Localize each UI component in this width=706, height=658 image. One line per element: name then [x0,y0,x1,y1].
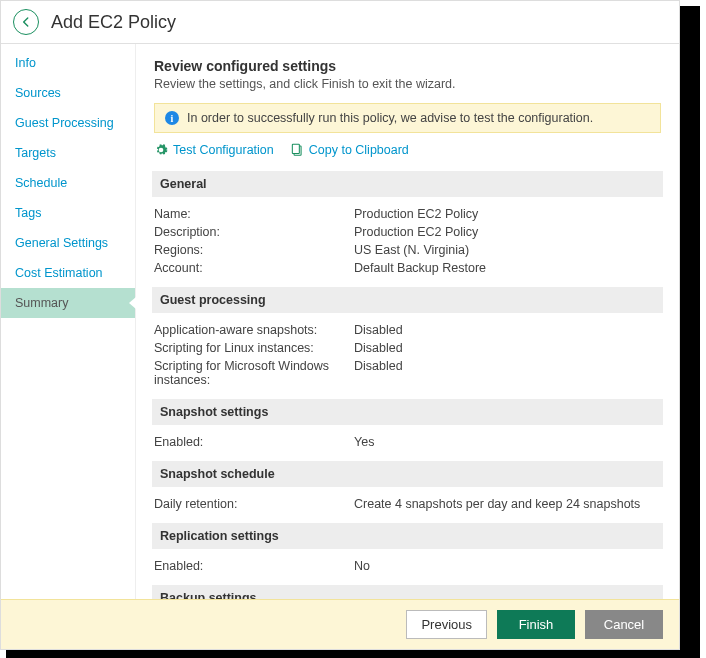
kv-row: Application-aware snapshots:Disabled [154,321,661,339]
sidebar-item-targets[interactable]: Targets [1,138,135,168]
test-configuration-link[interactable]: Test Configuration [154,143,274,157]
kv-value: Production EC2 Policy [354,225,661,239]
copy-to-clipboard-label: Copy to Clipboard [309,143,409,157]
arrow-left-icon [19,15,33,29]
clipboard-icon [290,143,304,157]
action-toolbar: Test Configuration Copy to Clipboard [154,143,661,157]
kv-value: Yes [354,435,661,449]
section-subheading: Review the settings, and click Finish to… [154,77,661,91]
sidebar-item-info[interactable]: Info [1,48,135,78]
sidebar-item-sources[interactable]: Sources [1,78,135,108]
section-header: General [152,171,663,197]
kv-label: Enabled: [154,435,354,449]
copy-to-clipboard-link[interactable]: Copy to Clipboard [290,143,409,157]
section-header: Guest processing [152,287,663,313]
section-header: Backup settings [152,585,663,599]
wizard-window: Add EC2 Policy InfoSourcesGuest Processi… [0,0,680,650]
info-icon: i [165,111,179,125]
titlebar: Add EC2 Policy [1,1,679,44]
previous-button[interactable]: Previous [406,610,487,639]
sidebar-item-cost-estimation[interactable]: Cost Estimation [1,258,135,288]
kv-row: Scripting for Linux instances:Disabled [154,339,661,357]
sidebar-item-guest-processing[interactable]: Guest Processing [1,108,135,138]
gear-icon [154,143,168,157]
wizard-footer: Previous Finish Cancel [1,599,679,649]
wizard-sidebar: InfoSourcesGuest ProcessingTargetsSchedu… [1,44,136,599]
section-body: Enabled:No [154,549,661,585]
finish-button[interactable]: Finish [497,610,575,639]
kv-label: Description: [154,225,354,239]
kv-label: Account: [154,261,354,275]
kv-row: Regions:US East (N. Virginia) [154,241,661,259]
kv-value: US East (N. Virginia) [354,243,661,257]
test-configuration-label: Test Configuration [173,143,274,157]
section-body: Name:Production EC2 PolicyDescription:Pr… [154,197,661,287]
section-body: Application-aware snapshots:DisabledScri… [154,313,661,399]
alert-text: In order to successfully run this policy… [187,111,593,125]
section-header: Snapshot schedule [152,461,663,487]
kv-row: Account:Default Backup Restore [154,259,661,277]
kv-value: No [354,559,661,573]
kv-row: Enabled:No [154,557,661,575]
sidebar-item-schedule[interactable]: Schedule [1,168,135,198]
section-header: Snapshot settings [152,399,663,425]
main-panel: Review configured settings Review the se… [136,44,679,599]
kv-row: Description:Production EC2 Policy [154,223,661,241]
kv-row: Daily retention:Create 4 snapshots per d… [154,495,661,513]
svg-rect-1 [292,144,299,153]
section-body: Daily retention:Create 4 snapshots per d… [154,487,661,523]
kv-row: Enabled:Yes [154,433,661,451]
kv-label: Scripting for Linux instances: [154,341,354,355]
cancel-button[interactable]: Cancel [585,610,663,639]
advice-alert: i In order to successfully run this poli… [154,103,661,133]
kv-label: Name: [154,207,354,221]
kv-value: Default Backup Restore [354,261,661,275]
section-body: Enabled:Yes [154,425,661,461]
kv-row: Scripting for Microsoft Windows instance… [154,357,661,389]
back-button[interactable] [13,9,39,35]
kv-value: Disabled [354,341,661,355]
kv-label: Regions: [154,243,354,257]
kv-value: Disabled [354,359,661,387]
page-title: Add EC2 Policy [51,12,176,33]
kv-row: Name:Production EC2 Policy [154,205,661,223]
kv-label: Scripting for Microsoft Windows instance… [154,359,354,387]
kv-value: Create 4 snapshots per day and keep 24 s… [354,497,661,511]
kv-label: Daily retention: [154,497,354,511]
sidebar-item-general-settings[interactable]: General Settings [1,228,135,258]
kv-value: Disabled [354,323,661,337]
sidebar-item-summary[interactable]: Summary [1,288,135,318]
kv-label: Enabled: [154,559,354,573]
section-header: Replication settings [152,523,663,549]
section-heading: Review configured settings [154,58,661,74]
kv-value: Production EC2 Policy [354,207,661,221]
sidebar-item-tags[interactable]: Tags [1,198,135,228]
kv-label: Application-aware snapshots: [154,323,354,337]
